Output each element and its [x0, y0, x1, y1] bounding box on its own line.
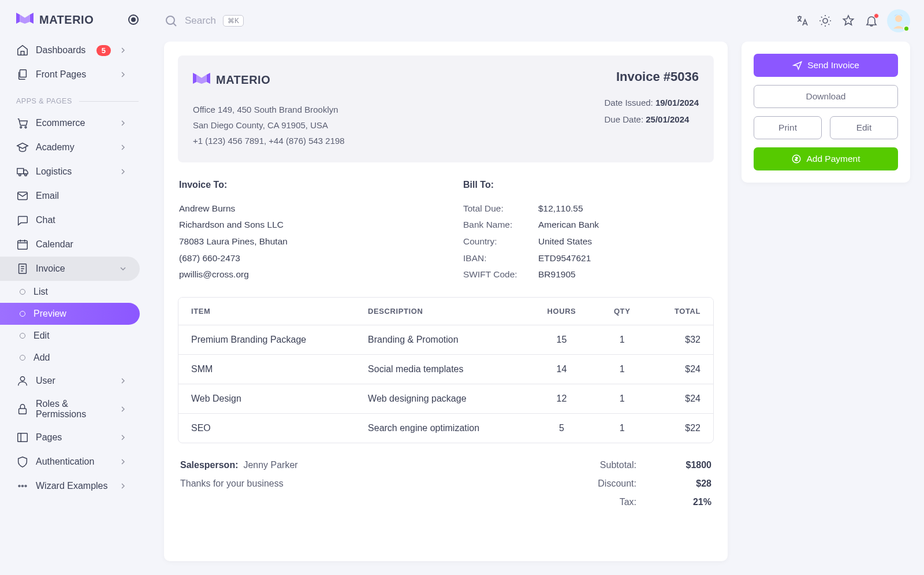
sub-invoice-list[interactable]: List — [0, 281, 140, 303]
sidebar: MATERIO Dashboards 5 Front Pages APPS & … — [0, 0, 150, 575]
avatar[interactable] — [887, 9, 910, 32]
cell-hours: 5 — [527, 413, 595, 443]
salesperson: Salesperson: Jenny Parker Thanks for you… — [180, 456, 298, 511]
invoice-card: MATERIO Office 149, 450 South Brand Broo… — [164, 42, 728, 561]
cell-total: $24 — [649, 384, 713, 413]
chevron-right-icon — [118, 166, 128, 177]
sub-label: Edit — [33, 331, 50, 341]
svg-point-2 — [25, 127, 27, 128]
nav-wizard[interactable]: Wizard Examples — [0, 474, 140, 498]
user-icon — [16, 374, 29, 387]
sub-label: Preview — [33, 309, 66, 319]
svg-rect-10 — [19, 409, 27, 414]
cell-hours: 12 — [527, 384, 595, 413]
nav-label: Dashboards — [36, 45, 90, 55]
svg-rect-11 — [18, 433, 28, 442]
nav-invoice[interactable]: Invoice — [0, 257, 140, 281]
main: Search ⌘K MATERIO Of — [150, 0, 924, 575]
nav-label: Ecommerce — [36, 118, 111, 128]
search-kbd: ⌘K — [223, 15, 244, 27]
nav-roles[interactable]: Roles & Permissions — [0, 393, 140, 425]
svg-point-5 — [25, 174, 27, 176]
nav-label: Authentication — [36, 457, 111, 467]
cell-qty: 1 — [596, 384, 649, 413]
svg-point-15 — [166, 16, 174, 24]
cell-total: $24 — [649, 354, 713, 384]
copy-icon — [16, 68, 29, 81]
pin-icon[interactable] — [128, 14, 139, 25]
nav-label: Pages — [36, 432, 111, 443]
logo-row: MATERIO — [0, 7, 150, 38]
send-invoice-button[interactable]: Send Invoice — [754, 54, 898, 77]
invoice-footer: Salesperson: Jenny Parker Thanks for you… — [178, 443, 714, 511]
nav-academy[interactable]: Academy — [0, 135, 140, 159]
layout-icon — [16, 431, 29, 444]
invoice-header: MATERIO Office 149, 450 South Brand Broo… — [178, 55, 714, 162]
nav-label: Wizard Examples — [36, 481, 111, 491]
print-button[interactable]: Print — [754, 116, 822, 139]
svg-rect-6 — [18, 192, 28, 200]
nav-label: User — [36, 376, 111, 386]
svg-point-13 — [22, 485, 24, 487]
search-placeholder: Search — [185, 15, 216, 27]
logo-icon — [193, 73, 210, 87]
svg-rect-3 — [17, 169, 24, 174]
actions-card: Send Invoice Download Print Edit Add Pay… — [742, 42, 910, 183]
table-row: SMMSocial media templates141$24 — [178, 354, 713, 384]
theme-icon[interactable] — [818, 13, 833, 28]
sub-invoice-add[interactable]: Add — [0, 347, 140, 369]
badge: 5 — [96, 45, 111, 56]
mail-icon — [16, 190, 29, 202]
date-due: 25/01/2024 — [646, 114, 689, 124]
logo-text: MATERIO — [39, 13, 94, 27]
nav-auth[interactable]: Authentication — [0, 450, 140, 474]
nav-dashboards[interactable]: Dashboards 5 — [0, 38, 140, 62]
chevron-right-icon — [118, 118, 128, 128]
sub-invoice-edit[interactable]: Edit — [0, 325, 140, 347]
nav-frontpages[interactable]: Front Pages — [0, 62, 140, 87]
nav-pages[interactable]: Pages — [0, 425, 140, 450]
bill-to: Bill To: Total Due:$12,110.55 Bank Name:… — [463, 176, 713, 283]
translate-icon[interactable] — [795, 13, 810, 28]
topbar: Search ⌘K — [150, 0, 924, 42]
nav-user[interactable]: User — [0, 369, 140, 393]
add-payment-button[interactable]: Add Payment — [754, 147, 898, 170]
col-hours: HOURS — [527, 298, 595, 325]
star-icon[interactable] — [841, 13, 856, 28]
nav-label: Front Pages — [36, 69, 111, 80]
nav-logistics[interactable]: Logistics — [0, 159, 140, 184]
svg-rect-0 — [20, 70, 26, 77]
svg-point-12 — [18, 485, 20, 487]
cell-desc: Web designing package — [355, 384, 527, 413]
edit-button[interactable]: Edit — [830, 116, 898, 139]
bullet-icon — [20, 311, 25, 317]
nav-label: Academy — [36, 142, 111, 153]
nav-label: Invoice — [36, 264, 111, 274]
send-icon — [792, 60, 803, 71]
nav-ecommerce[interactable]: Ecommerce — [0, 111, 140, 135]
nav-email[interactable]: Email — [0, 184, 140, 208]
lock-icon — [16, 403, 29, 416]
svg-point-1 — [20, 127, 22, 128]
nav-label: Logistics — [36, 166, 111, 177]
search[interactable]: Search ⌘K — [164, 14, 787, 28]
chevron-right-icon — [118, 376, 128, 386]
search-icon — [164, 14, 178, 28]
section-heading: Invoice To: — [179, 176, 429, 194]
logo[interactable]: MATERIO — [16, 13, 94, 27]
nav-calendar[interactable]: Calendar — [0, 232, 140, 257]
shield-icon — [16, 455, 29, 468]
logo-icon — [16, 13, 33, 27]
addr-line: San Diego County, CA 91905, USA — [193, 117, 345, 133]
truck-icon — [16, 165, 29, 178]
download-button[interactable]: Download — [754, 85, 898, 108]
bullet-icon — [20, 355, 25, 361]
sub-invoice-preview[interactable]: Preview — [0, 303, 140, 325]
sub-label: Add — [33, 353, 50, 363]
items-table: ITEM DESCRIPTION HOURS QTY TOTAL Premium… — [178, 297, 714, 443]
nav-chat[interactable]: Chat — [0, 208, 140, 232]
bell-icon[interactable] — [864, 13, 879, 28]
table-row: Web DesignWeb designing package121$24 — [178, 384, 713, 413]
col-total: TOTAL — [649, 298, 713, 325]
col-item: ITEM — [178, 298, 355, 325]
